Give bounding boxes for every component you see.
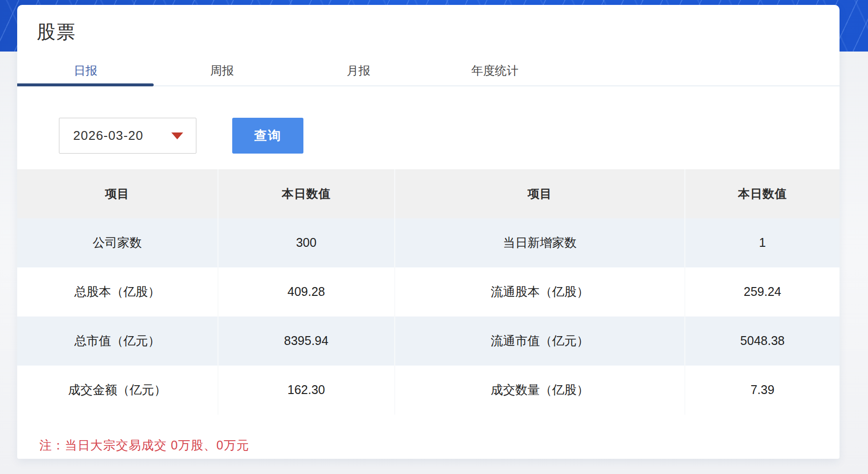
table-row: 成交金额（亿元） 162.30 成交数量（亿股） 7.39 xyxy=(17,366,840,415)
table-row: 总股本（亿股） 409.28 流通股本（亿股） 259.24 xyxy=(17,267,840,316)
daily-stats-table: 项目 本日数值 项目 本日数值 公司家数 300 当日新增家数 1 总股本（亿股… xyxy=(17,169,840,415)
stocks-card: 股票 日报 周报 月报 年度统计 2026-03-20 查询 项目 本日数值 项… xyxy=(17,5,840,459)
table-cell-label: 当日新增家数 xyxy=(395,218,685,267)
table-cell-label: 成交金额（亿元） xyxy=(17,366,218,415)
table-cell-label: 总股本（亿股） xyxy=(17,267,218,316)
tab-monthly-report[interactable]: 月报 xyxy=(290,56,427,85)
table-row: 公司家数 300 当日新增家数 1 xyxy=(17,218,840,267)
table-header-cell: 本日数值 xyxy=(218,169,395,218)
table-cell-value: 259.24 xyxy=(685,267,840,316)
table-cell-label: 流通市值（亿元） xyxy=(395,316,685,366)
table-cell-label: 成交数量（亿股） xyxy=(395,366,685,415)
table-cell-value: 1 xyxy=(685,218,840,267)
table-cell-value: 162.30 xyxy=(218,366,395,415)
table-cell-label: 流通股本（亿股） xyxy=(395,267,685,316)
query-controls: 2026-03-20 查询 xyxy=(59,118,840,154)
table-row: 总市值（亿元） 8395.94 流通市值（亿元） 5048.38 xyxy=(17,316,840,366)
tab-weekly-report[interactable]: 周报 xyxy=(154,56,290,85)
table-cell-label: 总市值（亿元） xyxy=(17,316,218,366)
dropdown-arrow-icon xyxy=(171,132,183,139)
table-cell-value: 7.39 xyxy=(685,366,840,415)
table-cell-value: 300 xyxy=(218,218,395,267)
table-cell-value: 5048.38 xyxy=(685,316,840,366)
tab-daily-report[interactable]: 日报 xyxy=(17,56,154,85)
date-select-value: 2026-03-20 xyxy=(73,128,143,143)
table-header-cell: 项目 xyxy=(17,169,218,218)
table-cell-value: 8395.94 xyxy=(218,316,395,366)
table-header-row: 项目 本日数值 项目 本日数值 xyxy=(17,169,840,218)
table-cell-label: 公司家数 xyxy=(17,218,218,267)
date-select[interactable]: 2026-03-20 xyxy=(59,118,196,154)
table-header-cell: 项目 xyxy=(395,169,685,218)
report-tabs: 日报 周报 月报 年度统计 xyxy=(17,56,840,86)
page-title: 股票 xyxy=(17,5,840,44)
query-button[interactable]: 查询 xyxy=(232,118,303,154)
table-cell-value: 409.28 xyxy=(218,267,395,316)
table-header-cell: 本日数值 xyxy=(685,169,840,218)
footnote: 注：当日大宗交易成交 0万股、0万元 xyxy=(39,437,840,453)
tab-annual-stats[interactable]: 年度统计 xyxy=(427,56,563,85)
